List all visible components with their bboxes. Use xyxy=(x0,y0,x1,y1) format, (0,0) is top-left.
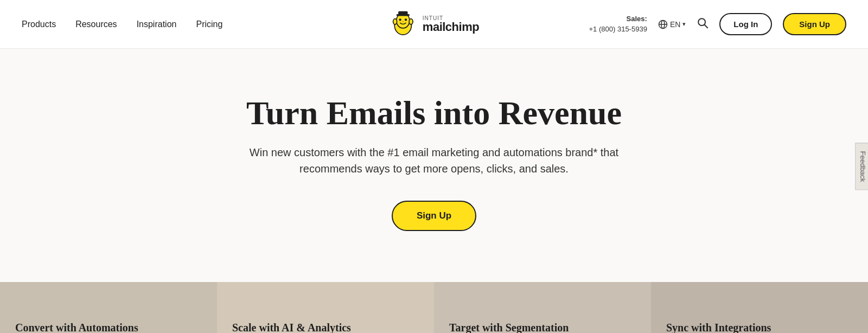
feature-automations[interactable]: Convert with Automations xyxy=(0,282,217,333)
nav-left: Products Resources Inspiration Pricing xyxy=(22,20,222,29)
globe-icon xyxy=(658,20,668,29)
svg-point-6 xyxy=(409,18,413,24)
nav-inspiration[interactable]: Inspiration xyxy=(137,20,177,29)
hero-title: Turn Emails into Revenue xyxy=(246,94,622,131)
hero-section: Turn Emails into Revenue Win new custome… xyxy=(0,49,868,282)
feature-segmentation-label: Target with Segmentation xyxy=(449,322,569,333)
feature-integrations-label: Sync with Integrations xyxy=(666,322,771,333)
svg-rect-8 xyxy=(398,11,407,15)
svg-point-3 xyxy=(405,18,407,21)
main-nav: Products Resources Inspiration Pricing I… xyxy=(0,0,868,49)
features-strip: Convert with Automations Scale with AI &… xyxy=(0,282,868,333)
feature-automations-label: Convert with Automations xyxy=(15,322,138,333)
nav-products[interactable]: Products xyxy=(22,20,56,29)
signup-button-hero[interactable]: Sign Up xyxy=(392,201,476,231)
search-button[interactable] xyxy=(697,17,709,31)
sales-phone[interactable]: +1 (800) 315-5939 xyxy=(589,24,647,34)
sales-info: Sales: +1 (800) 315-5939 xyxy=(589,14,647,34)
nav-right: Sales: +1 (800) 315-5939 EN ▾ Log In Sig… xyxy=(589,13,846,35)
lang-chevron-icon: ▾ xyxy=(682,21,686,28)
sales-label: Sales: xyxy=(589,14,647,24)
svg-line-13 xyxy=(705,25,708,28)
mailchimp-freddie-icon xyxy=(389,10,417,39)
language-label: EN xyxy=(670,20,680,29)
feedback-tab[interactable]: Feedback xyxy=(855,143,868,190)
svg-point-4 xyxy=(402,21,404,22)
login-button[interactable]: Log In xyxy=(719,13,772,35)
search-icon xyxy=(697,17,709,29)
svg-point-2 xyxy=(399,18,401,21)
site-logo[interactable]: INTUIT mailchimp xyxy=(389,10,479,39)
language-selector[interactable]: EN ▾ xyxy=(658,20,686,29)
signup-button-nav[interactable]: Sign Up xyxy=(783,13,846,35)
svg-point-5 xyxy=(393,18,397,24)
logo-mailchimp: mailchimp xyxy=(423,21,479,33)
nav-pricing[interactable]: Pricing xyxy=(196,20,222,29)
hero-subtitle: Win new customers with the #1 email mark… xyxy=(239,144,629,177)
feature-integrations[interactable]: Sync with Integrations xyxy=(651,282,868,333)
logo-text: INTUIT mailchimp xyxy=(423,16,479,33)
feature-segmentation[interactable]: Target with Segmentation xyxy=(434,282,651,333)
nav-resources[interactable]: Resources xyxy=(75,20,117,29)
feature-analytics[interactable]: Scale with AI & Analytics xyxy=(217,282,434,333)
feature-analytics-label: Scale with AI & Analytics xyxy=(232,322,351,333)
